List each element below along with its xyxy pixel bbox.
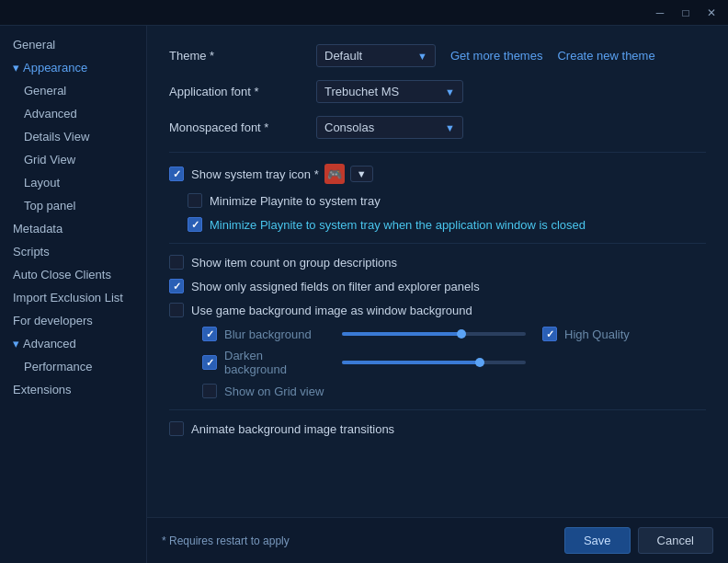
sidebar-item-auto-close-clients[interactable]: Auto Close Clients	[0, 263, 146, 286]
dropdown-arrow-icon: ▼	[357, 168, 367, 179]
sidebar-item-metadata[interactable]: Metadata	[0, 217, 146, 240]
darken-slider-thumb	[475, 358, 484, 367]
use-background-checkbox[interactable]	[169, 303, 184, 317]
theme-dropdown[interactable]: Default ▼	[316, 44, 436, 67]
dropdown-arrow-icon: ▼	[445, 122, 455, 133]
gamepad-icon: 🎮	[324, 164, 345, 184]
get-more-themes-link[interactable]: Get more themes	[450, 49, 542, 63]
darken-bg-checkbox[interactable]	[202, 355, 217, 370]
divider-2	[169, 243, 706, 244]
sidebar-item-appearance-top-panel[interactable]: Top panel	[0, 194, 146, 217]
arrow-icon: ▾	[13, 61, 19, 75]
show-on-grid-row: Show on Grid view	[169, 384, 706, 398]
title-bar: ─ □ ✕	[0, 0, 728, 26]
sidebar-item-appearance-grid-view[interactable]: Grid View	[0, 148, 146, 171]
mono-font-row: Monospaced font * Consolas ▼	[169, 116, 706, 139]
minimize-tray-checkbox[interactable]	[188, 193, 202, 208]
sidebar-item-for-developers[interactable]: For developers	[0, 309, 146, 332]
blur-slider-fill	[342, 332, 461, 336]
tray-icon-row: Show system tray icon * 🎮 ▼	[169, 164, 706, 184]
use-background-label: Use game background image as window back…	[191, 304, 472, 317]
theme-label: Theme *	[169, 49, 316, 63]
theme-value: Default	[324, 49, 362, 63]
theme-row: Theme * Default ▼ Get more themes Create…	[169, 44, 706, 67]
darken-bg-row: Darken background	[169, 349, 706, 376]
app-font-label: Application font *	[169, 85, 316, 98]
show-item-count-label: Show item count on group descriptions	[191, 256, 397, 270]
sidebar-item-appearance-general[interactable]: General	[0, 79, 146, 102]
cancel-button[interactable]: Cancel	[638, 527, 713, 554]
sidebar-item-extensions[interactable]: Extensions	[0, 378, 146, 401]
sidebar-item-appearance[interactable]: ▾Appearance	[0, 56, 146, 79]
animate-bg-label: Animate background image transitions	[191, 422, 394, 436]
mono-font-label: Monospaced font *	[169, 121, 316, 134]
maximize-button[interactable]: □	[673, 3, 699, 23]
darken-slider-track[interactable]	[342, 361, 526, 364]
show-tray-checkbox[interactable]	[169, 167, 184, 181]
mono-font-value: Consolas	[324, 121, 374, 134]
high-quality-label: High Quality	[564, 327, 630, 341]
app-font-value: Trebuchet MS	[324, 85, 399, 98]
show-assigned-fields-label: Show only assigned fields on filter and …	[191, 280, 480, 293]
sidebar-item-appearance-details-view[interactable]: Details View	[0, 125, 146, 148]
use-background-row: Use game background image as window back…	[169, 303, 706, 317]
darken-bg-label: Darken background	[224, 349, 325, 376]
show-item-count-row: Show item count on group descriptions	[169, 255, 706, 270]
animate-bg-row: Animate background image transitions	[169, 421, 706, 436]
minimize-button[interactable]: ─	[647, 3, 673, 23]
dropdown-arrow-icon: ▼	[445, 86, 455, 98]
show-item-count-checkbox[interactable]	[169, 255, 184, 270]
restart-note: * Requires restart to apply	[162, 534, 564, 547]
show-on-grid-checkbox[interactable]	[202, 384, 217, 398]
app-font-row: Application font * Trebuchet MS ▼	[169, 80, 706, 103]
show-on-grid-label: Show on Grid view	[224, 385, 324, 398]
blur-bg-label: Blur background	[224, 327, 325, 341]
high-quality-row: High Quality	[542, 327, 630, 341]
app-font-dropdown[interactable]: Trebuchet MS ▼	[316, 80, 463, 103]
blur-bg-row: Blur background High Quality	[169, 327, 706, 341]
save-button[interactable]: Save	[564, 527, 631, 554]
show-tray-label: Show system tray icon *	[191, 167, 319, 181]
content-area: Theme * Default ▼ Get more themes Create…	[147, 26, 728, 563]
animate-bg-checkbox[interactable]	[169, 421, 184, 436]
bottom-bar: * Requires restart to apply Save Cancel	[147, 517, 728, 563]
sidebar-item-appearance-layout[interactable]: Layout	[0, 171, 146, 194]
main-layout: General ▾Appearance General Advanced Det…	[0, 26, 728, 563]
minimize-tray-row: Minimize Playnite to system tray	[169, 193, 706, 208]
blur-slider-thumb	[457, 329, 466, 339]
sidebar-item-import-exclusion-list[interactable]: Import Exclusion List	[0, 286, 146, 309]
blur-bg-checkbox[interactable]	[202, 327, 217, 341]
blur-slider-track[interactable]	[342, 332, 526, 336]
sidebar-item-advanced[interactable]: ▾Advanced	[0, 332, 146, 355]
divider-3	[169, 409, 706, 410]
minimize-tray-label: Minimize Playnite to system tray	[210, 194, 381, 208]
mono-font-dropdown[interactable]: Consolas ▼	[316, 116, 463, 139]
tray-icon-style-dropdown[interactable]: ▼	[350, 166, 373, 182]
arrow-icon-advanced: ▾	[13, 337, 19, 350]
minimize-tray-closed-row: Minimize Playnite to system tray when th…	[169, 217, 706, 232]
show-assigned-fields-row: Show only assigned fields on filter and …	[169, 279, 706, 293]
dropdown-arrow-icon: ▼	[417, 51, 427, 62]
darken-slider-fill	[342, 361, 480, 364]
sidebar: General ▾Appearance General Advanced Det…	[0, 26, 147, 563]
divider-1	[169, 152, 706, 153]
high-quality-checkbox[interactable]	[542, 327, 557, 341]
create-new-theme-link[interactable]: Create new theme	[557, 49, 654, 63]
minimize-tray-closed-checkbox[interactable]	[188, 217, 202, 232]
sidebar-item-scripts[interactable]: Scripts	[0, 240, 146, 263]
sidebar-item-performance[interactable]: Performance	[0, 355, 146, 378]
show-assigned-fields-checkbox[interactable]	[169, 279, 184, 293]
sidebar-item-general[interactable]: General	[0, 33, 146, 56]
close-button[interactable]: ✕	[699, 3, 724, 23]
minimize-tray-closed-label: Minimize Playnite to system tray when th…	[210, 218, 586, 232]
sidebar-item-appearance-advanced[interactable]: Advanced	[0, 102, 146, 125]
